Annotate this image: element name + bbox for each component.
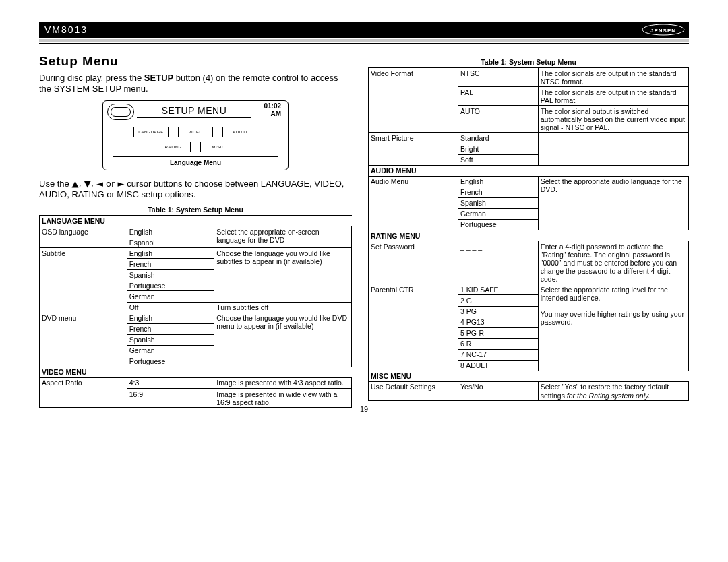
section-title: Setup Menu [39,54,352,69]
left-table-caption: Table 1: System Setup Menu [39,206,352,214]
tab-row-1: LANGUAGE VIDEO AUDIO [113,127,278,137]
brand-logo: JENSEN [642,24,685,36]
manual-page: VM8013 JENSEN Setup Menu During disc pla… [39,22,689,408]
rating-menu-header: RATING MENU [369,230,689,241]
tab-language[interactable]: LANGUAGE [133,127,169,137]
screen-sublabel: Language Menu [113,156,278,168]
page-number: 19 [39,405,689,413]
tab-row-2: RATING MISC [113,142,278,152]
cursor-instructions: Use the ▲, ▼, ◄ or ► cursor buttons to c… [39,179,352,201]
tab-misc[interactable]: MISC [200,142,235,152]
header-divider-black [39,43,689,44]
setup-screen-mock: SETUP MENU 01:02 AM LANGUAGE VIDEO AUDIO [102,100,289,170]
screen-clock: 01:02 AM [264,102,281,117]
model-number: VM8013 [44,24,88,35]
intro-paragraph: During disc play, press the SETUP button… [39,73,352,95]
screen-title: SETUP MENU [137,105,251,118]
tab-rating[interactable]: RATING [156,142,191,152]
header-bar: VM8013 JENSEN [39,22,689,38]
svg-text:JENSEN: JENSEN [650,28,676,34]
tab-audio[interactable]: AUDIO [222,127,257,137]
tab-video[interactable]: VIDEO [178,127,213,137]
disc-icon [107,104,134,120]
right-table-caption: Table 1: System Setup Menu [368,58,689,66]
left-table: LANGUAGE MENU OSD language English Selec… [39,215,352,408]
right-table: Video Format NTSC The color signals are … [368,67,689,401]
language-menu-header: LANGUAGE MENU [40,216,352,226]
video-menu-header: VIDEO MENU [40,367,352,377]
misc-menu-header: MISC MENU [369,371,689,381]
audio-menu-header: AUDIO MENU [369,165,689,176]
header-divider-gray [39,39,689,42]
